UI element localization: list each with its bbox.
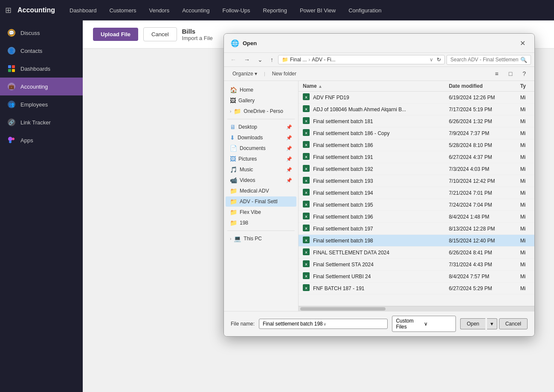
cancel-button[interactable]: Cancel [143, 27, 177, 41]
svg-text:X: X [305, 251, 307, 254]
file-name-text: ADJ of 108046 Muath Ahmed Alqarni B... [313, 107, 406, 112]
organize-button[interactable]: Organize ▾ [229, 69, 261, 78]
table-row[interactable]: X FINAL SETTLEMENT DATA 2024 6/26/2024 8… [299, 247, 534, 259]
horizontal-scrollbar[interactable] [299, 306, 534, 311]
sidebar-item-link-tracker[interactable]: 🔗 Link Tracker [0, 113, 83, 131]
xlsx-icon: X [303, 189, 310, 197]
sidebar-item-contacts[interactable]: 👤 Contacts [0, 42, 83, 60]
open-button[interactable]: Open [460, 318, 485, 329]
table-row[interactable]: X Final settlement batch 186 5/28/2024 8… [299, 139, 534, 151]
nav-flex-vibe[interactable]: 📁 Flex Vibe [226, 207, 296, 217]
table-row[interactable]: X Final settlement batch 186 - Copy 7/9/… [299, 127, 534, 139]
nav-onedrive[interactable]: › 📁 OneDrive - Perso [226, 106, 296, 116]
svg-point-14 [8, 137, 12, 141]
nav-videos[interactable]: 📹 Videos 📌 [226, 175, 296, 185]
table-row[interactable]: X Final Settlement STA 2024 7/31/2024 4:… [299, 259, 534, 271]
table-row[interactable]: X Final settlement batch 196 8/4/2024 1:… [299, 211, 534, 223]
nav-powerbi[interactable]: Power BI View [295, 5, 341, 16]
nav-vendors[interactable]: Vendors [144, 5, 174, 16]
col-name[interactable]: Name ▲ [299, 81, 444, 92]
nav-followups[interactable]: Follow-Ups [218, 5, 255, 16]
footer-cancel-button[interactable]: Cancel [499, 318, 528, 329]
nav-reporting[interactable]: Reporting [258, 5, 292, 16]
view-list-button[interactable]: ≡ [492, 69, 502, 79]
file-name-text: ADV FNF PD19 [313, 95, 349, 101]
table-row[interactable]: X ADV FNF PD19 6/19/2024 12:26 PM Mi [299, 92, 534, 104]
forward-button[interactable]: → [241, 55, 253, 65]
table-row[interactable]: X Final settlement batch 197 8/13/2024 1… [299, 223, 534, 235]
discuss-icon: 💬 [7, 28, 16, 37]
expand-arrow-pc[interactable]: › [230, 236, 231, 241]
nav-dashboard[interactable]: Dashboard [64, 5, 102, 16]
view-split-button[interactable]: □ [505, 69, 516, 79]
open-dropdown-arrow[interactable]: ▼ [487, 318, 497, 329]
sidebar-item-discuss[interactable]: 💬 Discuss [0, 24, 83, 42]
nav-flex-vibe-label: Flex Vibe [240, 209, 261, 215]
file-type-dropdown[interactable]: Custom Files ∨ [392, 316, 456, 332]
upload-file-button[interactable]: Upload File [93, 28, 138, 41]
nav-accounting[interactable]: Accounting [177, 5, 215, 16]
file-type: Mi [516, 259, 534, 271]
file-date: 7/3/2024 4:03 PM [444, 163, 516, 175]
sidebar-item-apps[interactable]: Apps [0, 131, 83, 149]
nav-music[interactable]: 🎵 Music 📌 [226, 164, 296, 175]
nav-home[interactable]: 🏠 Home [226, 85, 296, 95]
breadcrumb-bar[interactable]: 📁 Final ... › ADV - Fi... ∨ ↻ [278, 55, 445, 64]
breadcrumb-folder2: ADV - Fi... [312, 57, 335, 63]
table-row[interactable]: X Final settlement batch 191 6/27/2024 4… [299, 151, 534, 163]
search-input[interactable] [450, 57, 519, 63]
nav-pictures[interactable]: 🖼 Pictures 📌 [226, 154, 296, 164]
nav-medical-adv-label: Medical ADV [240, 188, 269, 194]
nav-198[interactable]: 📁 198 [226, 218, 296, 228]
xlsx-icon: X [303, 272, 310, 280]
h-scroll-thumb[interactable] [300, 307, 386, 311]
nav-customers[interactable]: Customers [104, 5, 142, 16]
nav-adv-final-label: ADV - Final Settl [240, 199, 278, 205]
table-row[interactable]: X Final settlement batch 195 7/24/2024 7… [299, 199, 534, 211]
sidebar: 💬 Discuss 👤 Contacts [0, 20, 83, 392]
sidebar-item-accounting[interactable]: 💼 Accounting [0, 78, 83, 95]
recent-button[interactable]: ⌄ [255, 55, 266, 65]
table-row[interactable]: X Final settlement batch 192 7/3/2024 4:… [299, 163, 534, 175]
search-icon[interactable]: 🔍 [520, 57, 527, 63]
nav-documents[interactable]: 📄 Documents 📌 [226, 143, 296, 153]
file-open-dialog: 🌐 Open ✕ ← → ⌄ ↑ 📁 Final ... › ADV - Fi.… [223, 33, 535, 337]
folder-icon-1: 📁 [282, 57, 288, 63]
table-row[interactable]: X Final Settlement URBI 24 8/4/2024 7:57… [299, 271, 534, 282]
nav-configuration[interactable]: Configuration [343, 5, 386, 16]
nav-medical-adv[interactable]: 📁 Medical ADV [226, 186, 296, 196]
col-type[interactable]: Ty [516, 81, 534, 92]
file-name-input[interactable]: Final settlement batch 198 ∨ [259, 319, 388, 329]
file-type-dropdown-arrow[interactable]: ∨ [424, 321, 452, 327]
up-button[interactable]: ↑ [267, 55, 276, 65]
grid-icon[interactable]: ⊞ [5, 6, 12, 15]
sidebar-item-employees[interactable]: 👥 Employees [0, 95, 83, 113]
sidebar-item-dashboards[interactable]: Dashboards [0, 60, 83, 78]
file-name-dropdown-arrow[interactable]: ∨ [323, 322, 384, 326]
table-row[interactable]: X Final settlement batch 194 7/21/2024 7… [299, 187, 534, 199]
nav-desktop[interactable]: 🖥 Desktop 📌 [226, 122, 296, 132]
apps-icon [7, 135, 16, 145]
table-row[interactable]: X Final settlement batch 198 8/15/2024 1… [299, 235, 534, 247]
nav-this-pc[interactable]: › 💻 This PC [226, 233, 296, 244]
top-nav: ⊞ Accounting Dashboard Customers Vendors… [0, 0, 554, 20]
file-type: Mi [516, 92, 534, 104]
breadcrumb-expand[interactable]: ∨ [429, 57, 433, 63]
nav-gallery[interactable]: 🖼 Gallery [226, 95, 296, 106]
nav-downloads[interactable]: ⬇ Downloads 📌 [226, 133, 296, 143]
new-folder-button[interactable]: New folder [269, 69, 300, 78]
table-row[interactable]: X ADJ of 108046 Muath Ahmed Alqarni B...… [299, 104, 534, 115]
file-name-cell: X Final settlement batch 193 [299, 175, 444, 187]
svg-text:X: X [305, 167, 307, 171]
table-row[interactable]: X FNF BATCH 187 - 191 6/27/2024 5:29 PM … [299, 282, 534, 294]
file-date: 7/21/2024 7:01 PM [444, 187, 516, 199]
help-button[interactable]: ? [519, 69, 529, 79]
dialog-close-button[interactable]: ✕ [517, 38, 528, 48]
back-button[interactable]: ← [227, 55, 239, 65]
table-row[interactable]: X Final settlement batch 181 6/26/2024 1… [299, 115, 534, 127]
col-date[interactable]: Date modified [444, 81, 516, 92]
table-row[interactable]: X Final settlement batch 193 7/10/2024 1… [299, 175, 534, 187]
nav-adv-final[interactable]: 📁 ADV - Final Settl [226, 196, 296, 207]
expand-arrow-onedrive[interactable]: › [230, 109, 231, 114]
refresh-button[interactable]: ↻ [437, 57, 441, 63]
